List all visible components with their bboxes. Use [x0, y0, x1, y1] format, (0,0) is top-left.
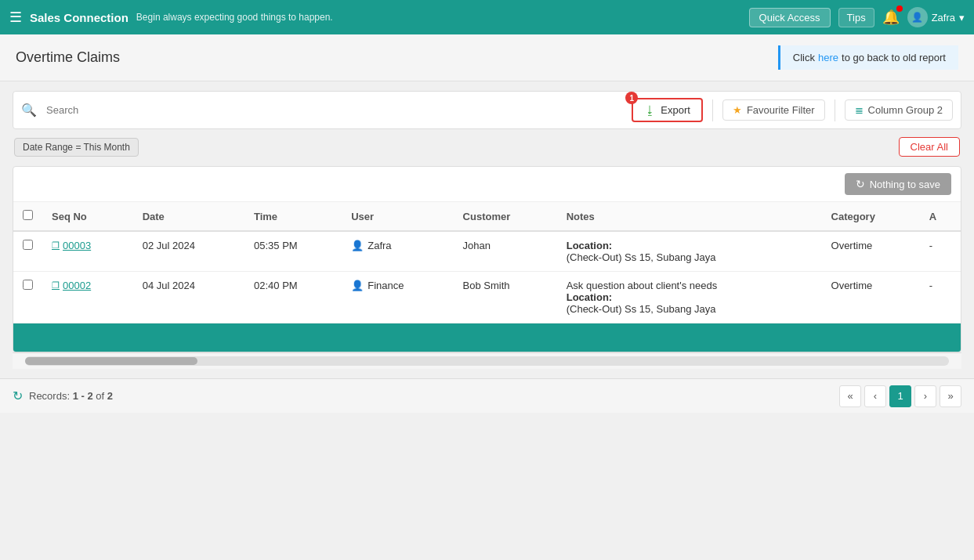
table-header-row: Seq No Date Time User Customer Notes Cat… — [13, 202, 961, 231]
cell-seq-no: ❐ 00003 — [42, 231, 133, 272]
user-icon: 👤 — [351, 280, 364, 291]
col-header-date: Date — [133, 202, 244, 231]
refresh-icon[interactable]: ↻ — [13, 388, 23, 403]
first-page-button[interactable]: « — [839, 385, 861, 407]
page-header: Overtime Claims Click here to go back to… — [0, 34, 974, 81]
col-group-label: Column Group 2 — [868, 104, 943, 116]
select-all-checkbox[interactable] — [23, 210, 33, 220]
col-header-time: Time — [244, 202, 342, 231]
page-1-button[interactable]: 1 — [889, 385, 911, 407]
column-group-button[interactable]: ≣ Column Group 2 — [845, 99, 953, 121]
page-title: Overtime Claims — [16, 49, 120, 66]
cell-customer: Johan — [454, 231, 557, 272]
star-icon: ★ — [733, 104, 742, 116]
table-row: ❐ 00003 02 Jul 2024 05:35 PM 👤 Zafra Joh… — [13, 231, 961, 272]
row-checkbox[interactable] — [23, 280, 33, 290]
cell-a: - — [920, 231, 961, 272]
cell-category: Overtime — [822, 272, 920, 323]
toolbar-divider — [712, 99, 713, 121]
cell-category: Overtime — [822, 231, 920, 272]
old-report-text-after: to go back to old report — [842, 52, 946, 63]
download-icon: ⭳ — [644, 103, 656, 117]
teal-footer-bar — [13, 323, 961, 352]
notes-value: (Check-Out) Ss 15, Subang Jaya — [567, 303, 813, 315]
avatar: 👤 — [907, 7, 928, 27]
notes-label: Location: — [567, 240, 813, 251]
row-checkbox[interactable] — [23, 240, 33, 250]
export-button-wrapper: 1 ⭳ Export — [632, 98, 703, 122]
columns-icon: ≣ — [855, 104, 864, 116]
export-button[interactable]: ⭳ Export — [632, 98, 703, 122]
horizontal-scrollbar[interactable] — [13, 352, 961, 369]
table-header-actions: ↻ Nothing to save — [13, 167, 961, 202]
seq-no-link[interactable]: ❐ 00003 — [52, 240, 124, 251]
top-navigation: ☰ Sales Connection Begin always expectin… — [0, 0, 974, 34]
cell-notes: Location: (Check-Out) Ss 15, Subang Jaya — [557, 231, 822, 272]
cell-user: 👤 Finance — [342, 272, 453, 323]
user-name-cell: Zafra — [368, 240, 391, 251]
favourite-filter-button[interactable]: ★ Favourite Filter — [722, 99, 825, 121]
select-all-checkbox-header[interactable] — [13, 202, 42, 231]
filter-row: Date Range = This Month Clear All — [13, 134, 961, 160]
tips-button[interactable]: Tips — [838, 8, 874, 27]
cell-date: 02 Jul 2024 — [133, 231, 244, 272]
chevron-down-icon: ▾ — [959, 12, 965, 23]
external-link-icon: ❐ — [52, 240, 60, 251]
records-text: Records: 1 - 2 of 2 — [29, 390, 113, 402]
col-header-notes: Notes — [557, 202, 822, 231]
pagination-controls: « ‹ 1 › » — [839, 385, 961, 407]
notification-badge — [896, 5, 903, 12]
cell-date: 04 Jul 2024 — [133, 272, 244, 323]
external-link-icon: ❐ — [52, 280, 60, 291]
nothing-save-label: Nothing to save — [870, 179, 940, 190]
prev-page-button[interactable]: ‹ — [864, 385, 886, 407]
seq-no-link[interactable]: ❐ 00002 — [52, 280, 124, 291]
last-page-button[interactable]: » — [940, 385, 961, 407]
records-of: of — [96, 390, 107, 402]
search-icon: 🔍 — [21, 103, 37, 117]
col-header-user: User — [342, 202, 453, 231]
next-page-button[interactable]: › — [914, 385, 936, 407]
cell-notes: Ask question about client's needs Locati… — [557, 272, 822, 323]
nothing-to-save-button[interactable]: ↻ Nothing to save — [845, 173, 951, 195]
date-range-filter-tag[interactable]: Date Range = This Month — [14, 138, 139, 157]
old-report-text-before: Click — [793, 52, 815, 63]
notes-value: (Check-Out) Ss 15, Subang Jaya — [567, 251, 813, 263]
row-checkbox-cell[interactable] — [13, 272, 42, 323]
footer-pagination-bar: ↻ Records: 1 - 2 of 2 « ‹ 1 › » — [0, 378, 974, 413]
notes-label: Location: — [567, 291, 813, 303]
records-prefix: Records: — [29, 390, 73, 402]
row-checkbox-cell[interactable] — [13, 231, 42, 272]
old-report-link[interactable]: here — [818, 52, 838, 63]
avatar-icon: 👤 — [911, 12, 923, 23]
save-icon: ↻ — [856, 178, 865, 190]
cell-user: 👤 Zafra — [342, 231, 453, 272]
scroll-thumb[interactable] — [25, 357, 197, 365]
col-header-customer: Customer — [454, 202, 557, 231]
user-icon: 👤 — [351, 240, 364, 251]
cell-customer: Bob Smith — [454, 272, 557, 323]
hamburger-menu-icon[interactable]: ☰ — [9, 9, 22, 26]
user-menu[interactable]: 👤 Zafra ▾ — [907, 7, 965, 27]
cell-a: - — [920, 272, 961, 323]
main-content: 🔍 1 ⭳ Export ★ Favourite Filter ≣ Column… — [0, 81, 974, 378]
search-input[interactable] — [46, 104, 625, 116]
cell-time: 05:35 PM — [244, 231, 342, 272]
notes-line1: Ask question about client's needs — [567, 280, 813, 291]
brand-name: Sales Connection — [30, 11, 129, 24]
export-label: Export — [661, 104, 690, 116]
quick-access-button[interactable]: Quick Access — [749, 8, 831, 27]
old-report-banner: Click here to go back to old report — [778, 45, 958, 70]
footer-left: ↻ Records: 1 - 2 of 2 — [13, 388, 113, 403]
table-row: ❐ 00002 04 Jul 2024 02:40 PM 👤 Finance B… — [13, 272, 961, 323]
cell-seq-no: ❐ 00002 — [42, 272, 133, 323]
scroll-track — [25, 356, 949, 366]
topnav-right-actions: Quick Access Tips 🔔 👤 Zafra ▾ — [749, 7, 965, 27]
records-total: 2 — [107, 390, 113, 402]
clear-all-button[interactable]: Clear All — [899, 137, 960, 157]
col-header-category: Category — [822, 202, 920, 231]
brand-tagline: Begin always expecting good things to ha… — [136, 12, 749, 23]
toolbar-divider2 — [835, 99, 835, 121]
fav-filter-label: Favourite Filter — [747, 104, 815, 116]
notification-bell-icon[interactable]: 🔔 — [882, 9, 900, 26]
